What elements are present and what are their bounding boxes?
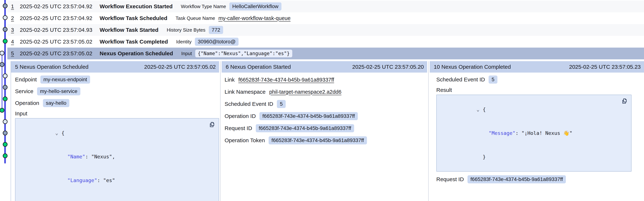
timeline-dot-event-11[interactable]	[3, 119, 8, 124]
operation-badge: say-hello	[43, 99, 69, 107]
result-json-viewer: ⌄{ "Message": "¡Hola! Nexus 👋" }	[436, 95, 632, 172]
field-label: Request ID	[436, 176, 464, 182]
field-request-id: Request ID f665283f-743e-4374-b45b-9a61a…	[224, 122, 427, 134]
timeline-dot-event-1[interactable]	[3, 4, 8, 8]
field-label: Endpoint	[15, 76, 37, 83]
json-key: "Name"	[67, 154, 85, 159]
event-timestamp: 2025-02-25 UTC 23:57:05.02	[20, 50, 100, 57]
json-value: "es"	[103, 177, 115, 183]
event-id-link[interactable]: 4	[11, 39, 20, 45]
event-detail-label: Task Queue Name	[176, 16, 215, 21]
scheduled-event-id-badge: 5	[277, 100, 286, 108]
field-label: Operation ID	[224, 113, 256, 119]
event-detail-label: Identity	[176, 39, 192, 45]
panel-body: Link f665283f-743e-4374-b45b-9a61a89337f…	[222, 73, 427, 146]
operation-token-badge: f665283f-743e-4374-b45b-9a61a89337ff	[268, 136, 367, 144]
field-label: Link	[224, 77, 235, 83]
panel-nexus-operation-completed: 10 Nexus Operation Completed 2025-02-25 …	[430, 61, 644, 201]
input-section-label: Input	[15, 109, 219, 118]
json-value: "Nexus",	[91, 154, 115, 159]
json-key: "Language"	[67, 177, 97, 183]
timeline-dot-event-14[interactable]	[3, 153, 8, 158]
field-label: Link Namespace	[224, 89, 266, 95]
field-label: Operation	[15, 100, 39, 106]
panel-title: 5 Nexus Operation Scheduled	[15, 64, 88, 70]
link-namespace-link[interactable]: phil-target-namespace2.a2dd6	[269, 89, 341, 95]
workflow-event-history: 1 2025-02-25 UTC 23:57:04.92 Workflow Ex…	[0, 0, 644, 201]
event-timestamp: 2025-02-25 UTC 23:57:05.02	[20, 39, 100, 45]
request-id-badge: f665283f-743e-4374-b45b-9a61a89337ff	[468, 175, 566, 183]
json-brace: {	[62, 130, 64, 136]
timeline-dot-event-13[interactable]	[3, 142, 8, 147]
field-link: Link f665283f-743e-4374-b45b-9a61a89337f…	[224, 74, 427, 86]
panel-timestamp: 2025-02-25 UTC 23:57:05.02	[144, 64, 216, 70]
json-colon: :	[85, 154, 91, 159]
event-row-5-selected[interactable]: 5 2025-02-25 UTC 23:57:05.02 Nexus Opera…	[7, 48, 644, 59]
field-link-namespace: Link Namespace phil-target-namespace2.a2…	[224, 86, 427, 98]
timeline-dot-event-8[interactable]	[3, 85, 8, 90]
copy-icon[interactable]	[209, 121, 215, 128]
timeline-dot-event-9[interactable]	[3, 96, 8, 101]
input-json-badge: {"Name":"Nexus","Language":"es"}	[195, 50, 292, 57]
json-brace: }	[483, 154, 486, 160]
event-name: Nexus Operation Scheduled	[100, 50, 173, 57]
timeline-dot-event-7[interactable]	[3, 74, 8, 78]
event-id-link[interactable]: 2	[11, 15, 20, 21]
event-detail-label: Input	[181, 51, 192, 56]
event-timestamp: 2025-02-25 UTC 23:57:04.93	[20, 27, 100, 33]
field-request-id: Request ID f665283f-743e-4374-b45b-9a61a…	[436, 173, 644, 185]
result-section-label: Result	[436, 85, 644, 95]
field-operation-token: Operation Token f665283f-743e-4374-b45b-…	[224, 134, 427, 146]
scheduled-event-id-badge: 5	[488, 76, 498, 84]
service-badge: my-hello-service	[37, 87, 80, 95]
copy-icon[interactable]	[621, 98, 628, 104]
panel-header: 6 Nexus Operation Started 2025-02-25 UTC…	[222, 61, 427, 73]
panel-timestamp: 2025-02-25 UTC 23:57:05.23	[569, 64, 641, 70]
field-endpoint: Endpoint my-nexus-endpoint	[15, 74, 219, 85]
panel-nexus-operation-started: 6 Nexus Operation Started 2025-02-25 UTC…	[222, 61, 427, 201]
timeline-dot-event-2[interactable]	[3, 15, 8, 20]
field-label: Scheduled Event ID	[436, 76, 485, 83]
panel-title: 10 Nexus Operation Completed	[434, 64, 511, 70]
panel-divider	[428, 61, 428, 201]
field-label: Service	[15, 88, 34, 94]
event-row-1[interactable]: 1 2025-02-25 UTC 23:57:04.92 Workflow Ex…	[7, 1, 644, 12]
timeline-dot-event-12[interactable]	[3, 131, 8, 135]
event-rows: 1 2025-02-25 UTC 23:57:04.92 Workflow Ex…	[7, 1, 644, 59]
task-queue-link[interactable]: my-caller-workflow-task-queue	[218, 15, 290, 21]
event-id-link[interactable]: 1	[11, 4, 20, 10]
field-scheduled-event-id: Scheduled Event ID 5	[436, 74, 644, 85]
event-detail-panels: 5 Nexus Operation Scheduled 2025-02-25 U…	[11, 61, 644, 201]
history-size-badge: 772	[209, 26, 223, 34]
timeline-dot-event-5[interactable]	[0, 51, 4, 56]
event-name: Workflow Execution Started	[100, 3, 173, 10]
link-value-link[interactable]: f665283f-743e-4374-b45b-9a61a89337ff	[238, 77, 334, 83]
panel-divider	[220, 61, 220, 201]
event-name: Workflow Task Completed	[100, 39, 168, 45]
event-row-4[interactable]: 4 2025-02-25 UTC 23:57:05.02 Workflow Ta…	[7, 36, 644, 48]
timeline-dot-event-4[interactable]	[3, 39, 8, 44]
event-timestamp: 2025-02-25 UTC 23:57:04.92	[20, 3, 100, 10]
event-id-link[interactable]: 5	[11, 51, 20, 57]
field-service: Service my-hello-service	[15, 85, 219, 97]
event-name: Workflow Task Scheduled	[100, 15, 167, 21]
field-operation-id: Operation ID f665283f-743e-4374-b45b-9a6…	[224, 110, 427, 122]
timeline-nexus-branch-line	[2, 53, 2, 110]
event-row-3[interactable]: 3 2025-02-25 UTC 23:57:04.93 Workflow Ta…	[7, 24, 644, 36]
timeline-dot-event-3[interactable]	[3, 27, 8, 32]
timeline-dot-event-6[interactable]	[0, 62, 4, 67]
field-label: Request ID	[224, 125, 252, 131]
panel-header: 10 Nexus Operation Completed 2025-02-25 …	[430, 61, 644, 73]
json-colon: :	[516, 130, 522, 136]
input-json-viewer: ⌄{ "Name": "Nexus", "Language": "es" }	[15, 118, 219, 201]
event-row-2[interactable]: 2 2025-02-25 UTC 23:57:04.92 Workflow Ta…	[7, 12, 644, 24]
json-brace: {	[483, 107, 486, 112]
event-id-link[interactable]: 3	[11, 27, 20, 33]
json-colon: :	[97, 177, 103, 183]
chevron-down-icon[interactable]: ⌄	[55, 129, 62, 137]
chevron-down-icon[interactable]: ⌄	[476, 105, 483, 113]
field-operation: Operation say-hello	[15, 97, 219, 109]
json-value: "¡Hola! Nexus 👋"	[522, 130, 572, 136]
timeline-dot-event-10[interactable]	[0, 108, 4, 113]
identity-badge: 30960@totoro@	[195, 38, 238, 46]
